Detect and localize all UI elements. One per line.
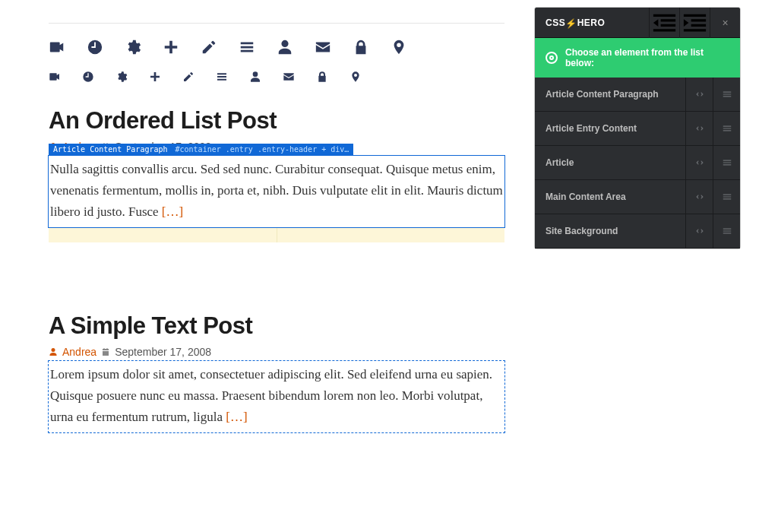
clock-icon	[87, 39, 103, 55]
plus-icon	[149, 71, 161, 83]
envelope-icon	[283, 71, 295, 83]
brand-text: HERO	[577, 17, 606, 28]
list-icon	[239, 39, 255, 55]
plus-icon	[163, 39, 179, 55]
element-label: Site Background	[535, 215, 685, 247]
element-list-item[interactable]: Article	[535, 146, 740, 180]
close-button[interactable]: ×	[710, 8, 740, 38]
code-icon[interactable]	[685, 78, 713, 111]
margin-indicator	[49, 227, 504, 242]
element-label: Main Content Area	[535, 181, 685, 213]
gear-icon	[115, 71, 128, 83]
divider	[49, 23, 504, 24]
selector-name: Article Content Paragraph	[53, 145, 168, 154]
video-icon	[49, 71, 61, 83]
post-excerpt: Lorem ipsum dolor sit amet, consectetuer…	[50, 367, 492, 424]
gear-icon	[125, 39, 141, 55]
element-list-item[interactable]: Article Content Paragraph	[535, 78, 740, 112]
post-excerpt: Nulla sagittis convallis arcu. Sed sed n…	[50, 162, 503, 219]
element-label: Article	[535, 147, 685, 179]
post-title[interactable]: An Ordered List Post	[49, 107, 504, 135]
lock-icon	[316, 71, 328, 83]
calendar-icon	[101, 347, 110, 356]
map-pin-icon	[391, 39, 407, 55]
element-list-item[interactable]: Main Content Area	[535, 180, 740, 214]
envelope-icon	[315, 39, 331, 55]
element-list-item[interactable]: Site Background	[535, 214, 740, 249]
code-icon[interactable]	[685, 180, 713, 214]
read-more-link[interactable]: […]	[226, 410, 247, 424]
element-label: Article Entry Content	[535, 112, 685, 144]
list-icon[interactable]	[713, 146, 740, 179]
target-icon	[546, 52, 558, 64]
post-date: September 17, 2008	[115, 346, 211, 358]
list-icon[interactable]	[713, 214, 740, 248]
user-icon	[277, 39, 293, 55]
icon-row-small	[49, 71, 504, 83]
lock-icon	[353, 39, 369, 55]
icon-row-large	[49, 39, 504, 55]
video-icon	[49, 39, 65, 55]
author-icon	[49, 347, 58, 356]
list-icon[interactable]	[713, 112, 740, 145]
post-meta: Andrea September 17, 2008	[49, 346, 504, 358]
brand-text: CSS	[546, 17, 565, 28]
selector-path: #container .entry .entry-header + div…	[176, 145, 349, 154]
article-content-paragraph[interactable]: Lorem ipsum dolor sit amet, consectetuer…	[49, 361, 504, 432]
code-icon[interactable]	[685, 214, 713, 248]
edit-icon	[182, 71, 194, 83]
clock-icon	[82, 71, 94, 83]
outdent-button[interactable]	[649, 8, 679, 38]
post-title[interactable]: A Simple Text Post	[49, 312, 504, 340]
user-icon	[249, 71, 261, 83]
bolt-icon: ⚡	[565, 18, 577, 29]
edit-icon	[201, 39, 217, 55]
element-list-item[interactable]: Article Entry Content	[535, 112, 740, 146]
csshero-panel: CSS⚡HERO × Choose an element from the li…	[535, 8, 740, 249]
code-icon[interactable]	[685, 146, 713, 179]
list-icon[interactable]	[713, 180, 740, 214]
page-content: An Ordered List Post Andrea September 17…	[49, 0, 504, 432]
code-icon[interactable]	[685, 112, 713, 145]
panel-logo: CSS⚡HERO	[535, 17, 649, 28]
article-content-paragraph[interactable]: Nulla sagittis convallis arcu. Sed sed n…	[49, 156, 504, 227]
banner-text: Choose an element from the list below:	[565, 47, 729, 68]
panel-header: CSS⚡HERO ×	[535, 8, 740, 38]
indent-button[interactable]	[679, 8, 710, 38]
post-author[interactable]: Andrea	[62, 346, 96, 358]
selector-tooltip: Article Content Paragraph #container .en…	[49, 144, 353, 155]
list-icon[interactable]	[713, 78, 740, 111]
list-icon	[216, 71, 228, 83]
read-more-link[interactable]: […]	[162, 204, 183, 219]
map-pin-icon	[349, 71, 362, 83]
element-label: Article Content Paragraph	[535, 78, 685, 110]
